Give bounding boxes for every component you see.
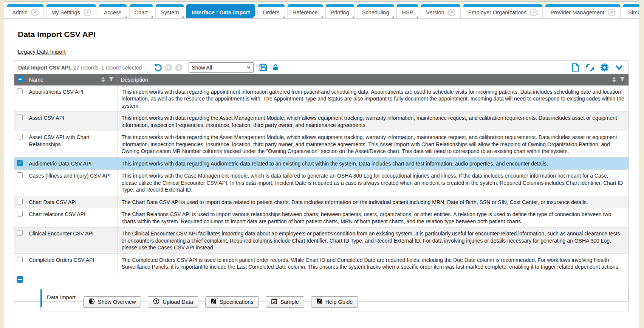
- row-checkbox[interactable]: [17, 114, 23, 120]
- menu-fold-icon: [124, 16, 127, 18]
- book-icon: [211, 298, 217, 306]
- new-document-icon[interactable]: [571, 63, 579, 72]
- collapse-section-button[interactable]: [17, 276, 23, 283]
- row-checkbox[interactable]: [17, 230, 23, 236]
- table-row[interactable]: Chart relations CSV API The Chart Relati…: [14, 208, 629, 227]
- grid-footer: Data Import Show Overview Upload Data Sp…: [14, 273, 629, 301]
- sort-icon[interactable]: [101, 77, 105, 82]
- row-checkbox[interactable]: [17, 172, 23, 178]
- prev-page-icon[interactable]: [165, 64, 172, 71]
- row-description: This import works with data regarding ap…: [118, 85, 629, 112]
- nav-tab[interactable]: Interface : Data import: [186, 4, 255, 18]
- table-row[interactable]: Chart Data CSV API The Chart Data CSV AP…: [14, 196, 629, 208]
- records-summary: 27 records, 1 record selected: [73, 65, 142, 71]
- tab-label: Orders: [263, 9, 279, 15]
- popout-icon[interactable]: ↗: [448, 9, 455, 16]
- nav-tab[interactable]: Similar Exposure Groups (SE: [623, 4, 639, 18]
- footer-action-button[interactable]: Help Guide: [311, 296, 358, 308]
- table-row[interactable]: Completed Orders CSV API The Completed O…: [14, 254, 629, 273]
- nav-tab[interactable]: Provider Management ↗: [545, 4, 621, 18]
- nav-tab[interactable]: Printing: [325, 4, 355, 18]
- nav-tab[interactable]: Admin ↗: [7, 4, 44, 18]
- popout-icon[interactable]: ↗: [530, 9, 537, 16]
- menu-fold-icon: [181, 16, 184, 18]
- row-checkbox[interactable]: [17, 199, 23, 204]
- row-checkbox[interactable]: [17, 257, 23, 262]
- filter-funnel-icon[interactable]: [619, 76, 625, 83]
- table-row[interactable]: Appointments CSV API This import works w…: [14, 85, 629, 112]
- row-checkbox[interactable]: [17, 88, 23, 94]
- popout-icon[interactable]: ↗: [31, 9, 39, 16]
- table-body: Appointments CSV API This import works w…: [14, 85, 629, 273]
- filter-select[interactable]: Show All: [189, 62, 254, 73]
- row-name: Chart relations CSV API: [26, 208, 118, 227]
- calendar-check-icon: [271, 298, 277, 306]
- row-name: Asset CSV API: [26, 112, 118, 131]
- tab-accent-cap: [288, 4, 323, 7]
- nav-tab[interactable]: Reference: [287, 4, 323, 18]
- collapse-grid-chevron-icon[interactable]: [615, 64, 623, 71]
- toolbar-divider: [148, 61, 148, 74]
- menu-fold-icon: [392, 16, 394, 18]
- nav-tab[interactable]: My Settings ↗: [46, 4, 96, 18]
- menu-fold-icon: [252, 16, 255, 18]
- row-description: The Chart Data CSV API is used to import…: [118, 196, 629, 208]
- row-name: Cases (Illness and Injury) CSV API: [26, 170, 118, 196]
- table-row[interactable]: Asset CSV API This import works with dat…: [14, 112, 629, 131]
- tab-label: System: [161, 9, 179, 15]
- app-window: Admin ↗ My Settings ↗ Access Chart Syste…: [4, 1, 639, 328]
- sort-icon[interactable]: [612, 77, 616, 82]
- tab-label: Reference: [293, 9, 318, 15]
- table-row[interactable]: Audiometric Data CSV API This import wor…: [14, 157, 629, 170]
- table-row[interactable]: Clinical Encounter CSV API The Clinical …: [14, 227, 629, 254]
- tab-accent-cap: [7, 4, 43, 7]
- undo-icon[interactable]: [153, 63, 162, 72]
- row-name: Clinical Encounter CSV API: [26, 227, 118, 254]
- footer-action-button[interactable]: Specifications: [205, 296, 259, 308]
- row-checkbox[interactable]: [17, 211, 23, 217]
- filter-funnel-icon[interactable]: [108, 76, 115, 83]
- tab-accent-cap: [156, 4, 184, 7]
- nav-tab[interactable]: Access: [99, 4, 127, 18]
- tab-label: Interface : Data import: [192, 9, 250, 15]
- column-header-name[interactable]: Name: [26, 74, 118, 85]
- nav-tab[interactable]: HSP: [396, 4, 418, 18]
- row-description: The Chart Relations CSV API is used to i…: [118, 208, 629, 227]
- nav-tab[interactable]: Orders: [257, 4, 285, 18]
- gear-icon[interactable]: [600, 63, 609, 72]
- nav-tab[interactable]: Scheduling: [357, 4, 395, 18]
- column-header-description[interactable]: Description: [118, 74, 629, 85]
- row-checkbox[interactable]: [17, 160, 23, 166]
- tab-accent-cap: [46, 4, 96, 7]
- save-icon[interactable]: [259, 63, 268, 72]
- tab-accent-cap: [326, 4, 354, 7]
- row-name: Audiometric Data CSV API: [26, 157, 118, 170]
- next-page-icon[interactable]: [175, 64, 183, 71]
- grid-panel: Data Import CSV API, 27 records, 1 recor…: [14, 60, 629, 302]
- footer-action-button[interactable]: Sample: [266, 296, 304, 308]
- nav-tab[interactable]: Chart: [129, 4, 153, 18]
- data-table: Name Description: [14, 74, 629, 273]
- footer-action-button[interactable]: Show Overview: [83, 296, 141, 308]
- detail-tab-data-import[interactable]: Data Import: [47, 293, 76, 300]
- refresh-icon[interactable]: [585, 63, 594, 72]
- nav-tab[interactable]: System: [155, 4, 184, 18]
- select-all-checkbox[interactable]: [17, 76, 23, 82]
- popout-icon[interactable]: ↗: [84, 9, 91, 16]
- tab-label: Scheduling: [362, 9, 389, 15]
- table-row[interactable]: Cases (Illness and Injury) CSV API This …: [14, 170, 629, 196]
- row-checkbox[interactable]: [17, 134, 23, 139]
- legacy-data-import-link[interactable]: Legacy Data Import: [18, 49, 66, 55]
- nav-tab[interactable]: Employer Organizations ↗: [463, 4, 543, 18]
- select-all-header: [14, 74, 26, 85]
- table-row[interactable]: Asset CSV API with Chart Relationships T…: [14, 131, 629, 158]
- tab-label: Similar Exposure Groups (SE: [628, 9, 639, 15]
- nav-tab[interactable]: Version ↗: [421, 4, 460, 18]
- footer-action-button[interactable]: Upload Data: [148, 296, 198, 308]
- tab-label: Employer Organizations: [468, 9, 527, 15]
- row-description: This import works with the Case Manageme…: [118, 170, 629, 196]
- lock-icon[interactable]: [272, 63, 279, 71]
- tab-label: Provider Management: [550, 9, 604, 15]
- tab-label: HSP: [402, 9, 413, 15]
- popout-icon[interactable]: ↗: [608, 9, 615, 16]
